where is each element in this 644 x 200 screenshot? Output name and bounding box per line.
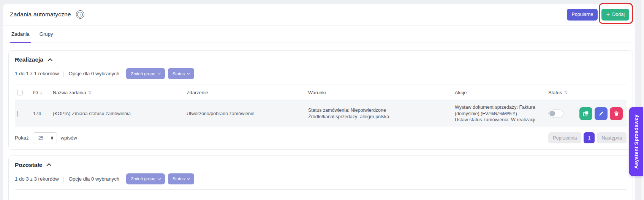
chevron-down-icon bbox=[157, 71, 160, 75]
page-header: Zadania automatyczne i Popularne + Dodaj bbox=[3, 4, 635, 25]
select-all-checkbox[interactable] bbox=[17, 90, 23, 95]
table-header-row: ID ↓ Nazwa zadania ⇅ Zdarzenie Warunki A… bbox=[15, 84, 627, 100]
status-dropdown-label: Status bbox=[172, 71, 185, 76]
action-line: Wystaw dokument sprzedaży: Faktura (domy… bbox=[455, 104, 541, 117]
select-arrows-icon bbox=[51, 136, 53, 140]
cell-actions: Wystaw dokument sprzedaży: Faktura (domy… bbox=[455, 104, 548, 123]
cell-event: Utworzono/pobrano zamówienie bbox=[187, 111, 308, 117]
action-line: Ustaw status zamówienia: W realizacji bbox=[455, 117, 541, 123]
duplicate-button[interactable] bbox=[579, 107, 592, 120]
entries-label: wpisów bbox=[61, 135, 77, 141]
section-realizacja-heading[interactable]: Realizacja bbox=[9, 51, 633, 63]
records-summary: 1 do 1 z 1 rekordów bbox=[15, 71, 59, 76]
section-pozostale-heading[interactable]: Pozostałe bbox=[9, 156, 633, 168]
section-pozostale: Pozostałe 1 do 3 z 3 rekordów | Opcje dl… bbox=[8, 156, 633, 200]
change-group-dropdown[interactable]: Zmień grupę bbox=[126, 68, 165, 79]
page-title: Zadania automatyczne bbox=[10, 11, 71, 18]
popular-button[interactable]: Popularne bbox=[567, 9, 598, 21]
show-label: Pokaż bbox=[15, 135, 29, 141]
cell-name: (KOPIA) Zmiana statusu zamówienia bbox=[53, 111, 187, 117]
trash-icon bbox=[614, 111, 619, 116]
add-button-label: Dodaj bbox=[612, 12, 625, 17]
status-dropdown-label: Status bbox=[172, 176, 185, 181]
column-header-name[interactable]: Nazwa zadania ⇅ bbox=[53, 90, 187, 95]
prev-page-button[interactable]: Poprzednia bbox=[548, 132, 581, 143]
selected-summary: Opcje dla 0 wybranych bbox=[69, 71, 119, 76]
section-title: Pozostałe bbox=[15, 162, 42, 168]
section-title: Realizacja bbox=[15, 56, 43, 63]
table-footer: Pokaż 25 wpisów Poprzednia 1 Następna bbox=[15, 132, 627, 144]
selected-summary: Opcje dla 0 wybranych bbox=[69, 176, 119, 182]
separator: | bbox=[63, 176, 65, 182]
task-table: ID ↓ Nazwa zadania ⇅ Zdarzenie Warunki A… bbox=[15, 84, 627, 127]
column-header-id[interactable]: ID ↓ bbox=[33, 90, 53, 95]
sort-icon: ⇅ bbox=[88, 90, 92, 95]
tab-grupy[interactable]: Grupy bbox=[40, 25, 53, 43]
plus-icon: + bbox=[606, 11, 610, 17]
page: { "header": { "title": "Zadania automaty… bbox=[0, 0, 644, 200]
pencil-icon bbox=[598, 111, 604, 116]
pagination: Poprzednia 1 Następna bbox=[548, 132, 627, 143]
table-row: 174 (KOPIA) Zmiana statusu zamówienia Ut… bbox=[15, 100, 627, 127]
asystent-sprzedawcy-label: Asystent Sprzedawcy bbox=[633, 114, 639, 169]
section-realizacja: Realizacja 1 do 1 z 1 rekordów | Opcje d… bbox=[8, 50, 633, 150]
change-group-dropdown[interactable]: Zmień grupę bbox=[126, 173, 165, 184]
copy-icon bbox=[583, 111, 589, 117]
condition-line: Status zamówienia: Niepotwierdzone bbox=[308, 107, 448, 114]
sort-icon: ⇅ bbox=[564, 90, 567, 95]
change-group-label: Zmień grupę bbox=[131, 176, 155, 181]
column-header-actions: Akcje bbox=[455, 90, 548, 95]
delete-button[interactable] bbox=[610, 107, 623, 120]
info-icon[interactable]: i bbox=[76, 10, 84, 19]
section-controls: 1 do 1 z 1 rekordów | Opcje dla 0 wybran… bbox=[15, 68, 627, 79]
main-panel: Zadania automatyczne i Popularne + Dodaj… bbox=[3, 4, 635, 200]
task-table bbox=[15, 189, 627, 200]
section-controls: 1 do 3 z 3 rekordów | Opcje dla 0 wybran… bbox=[15, 173, 627, 184]
chevron-down-icon bbox=[187, 71, 190, 75]
table-header-row bbox=[15, 189, 627, 200]
toggle-knob bbox=[549, 111, 555, 116]
row-checkbox[interactable] bbox=[17, 111, 18, 117]
tab-zadania[interactable]: Zadania bbox=[11, 25, 30, 43]
column-header-conditions: Warunki bbox=[308, 90, 455, 95]
next-page-button[interactable]: Następna bbox=[597, 132, 627, 143]
asystent-sprzedawcy-tab[interactable]: Asystent Sprzedawcy bbox=[629, 107, 643, 176]
chevron-down-icon bbox=[157, 176, 160, 179]
separator: | bbox=[63, 70, 65, 77]
status-dropdown[interactable]: Status bbox=[168, 173, 195, 184]
condition-line: Źródło/kanał sprzedaży: allegro polska bbox=[308, 114, 448, 120]
tab-bar: Zadania Grupy bbox=[8, 25, 633, 43]
collapse-chevron-icon[interactable] bbox=[48, 58, 53, 63]
chevron-down-icon bbox=[187, 176, 190, 179]
current-page-button[interactable]: 1 bbox=[584, 132, 595, 143]
cell-id: 174 bbox=[33, 111, 53, 117]
change-group-label: Zmień grupę bbox=[131, 71, 155, 76]
records-summary: 1 do 3 z 3 rekordów bbox=[15, 176, 59, 182]
sort-desc-icon: ↓ bbox=[40, 90, 42, 95]
add-button[interactable]: + Dodaj bbox=[601, 9, 629, 21]
header-actions: Popularne + Dodaj bbox=[567, 9, 629, 21]
row-action-buttons bbox=[579, 107, 627, 120]
column-header-event: Zdarzenie bbox=[187, 90, 308, 95]
status-toggle[interactable] bbox=[548, 110, 563, 117]
status-dropdown[interactable]: Status bbox=[168, 68, 195, 79]
column-header-status[interactable]: Status ⇅ bbox=[548, 90, 627, 95]
page-size-select[interactable]: 25 bbox=[33, 132, 57, 143]
cell-status bbox=[548, 107, 627, 120]
page-size-value: 25 bbox=[38, 135, 44, 141]
collapse-chevron-icon[interactable] bbox=[47, 163, 52, 168]
edit-button[interactable] bbox=[595, 107, 608, 120]
cell-conditions: Status zamówienia: Niepotwierdzone Źródł… bbox=[308, 107, 455, 120]
